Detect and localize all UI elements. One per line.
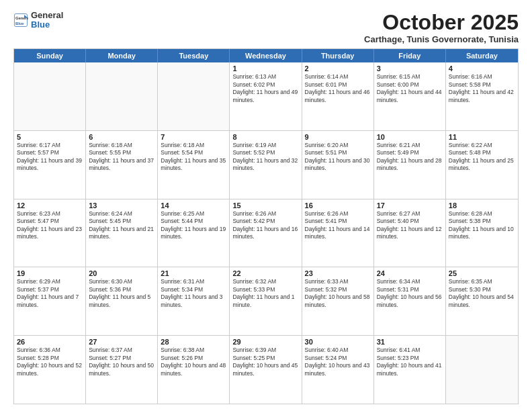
day-info: Sunrise: 6:20 AM Sunset: 5:51 PM Dayligh… — [305, 142, 371, 173]
day-number: 15 — [232, 201, 298, 210]
calendar-day-25: 25Sunrise: 6:35 AM Sunset: 5:30 PM Dayli… — [446, 267, 518, 335]
calendar-day-3: 3Sunrise: 6:15 AM Sunset: 6:00 PM Daylig… — [374, 62, 446, 130]
calendar-day-27: 27Sunrise: 6:37 AM Sunset: 5:27 PM Dayli… — [86, 336, 158, 404]
day-info: Sunrise: 6:25 AM Sunset: 5:44 PM Dayligh… — [161, 210, 226, 241]
calendar-empty-cell — [158, 62, 230, 130]
day-info: Sunrise: 6:18 AM Sunset: 5:54 PM Dayligh… — [161, 142, 226, 173]
day-number: 5 — [17, 133, 83, 141]
calendar-day-21: 21Sunrise: 6:31 AM Sunset: 5:34 PM Dayli… — [158, 267, 230, 335]
day-number: 11 — [449, 133, 515, 141]
calendar-empty-cell — [14, 62, 86, 130]
location: Carthage, Tunis Governorate, Tunisia — [364, 34, 519, 44]
calendar-week-5: 26Sunrise: 6:36 AM Sunset: 5:28 PM Dayli… — [14, 335, 518, 404]
calendar-empty-cell — [446, 336, 518, 404]
logo: General Blue GeneralBlue — [13, 11, 63, 30]
day-info: Sunrise: 6:41 AM Sunset: 5:23 PM Dayligh… — [377, 347, 443, 377]
calendar-day-13: 13Sunrise: 6:24 AM Sunset: 5:45 PM Dayli… — [86, 199, 158, 267]
calendar-week-2: 5Sunrise: 6:17 AM Sunset: 5:57 PM Daylig… — [14, 130, 518, 199]
calendar-day-24: 24Sunrise: 6:34 AM Sunset: 5:31 PM Dayli… — [374, 267, 446, 335]
calendar-empty-cell — [86, 62, 158, 130]
calendar-day-23: 23Sunrise: 6:33 AM Sunset: 5:32 PM Dayli… — [302, 267, 374, 335]
day-number: 3 — [377, 64, 443, 73]
day-info: Sunrise: 6:13 AM Sunset: 6:02 PM Dayligh… — [232, 73, 298, 104]
calendar-day-26: 26Sunrise: 6:36 AM Sunset: 5:28 PM Dayli… — [14, 336, 86, 404]
day-number: 2 — [305, 64, 371, 73]
day-info: Sunrise: 6:26 AM Sunset: 5:42 PM Dayligh… — [232, 210, 298, 241]
day-of-week-monday: Monday — [86, 49, 158, 62]
day-info: Sunrise: 6:16 AM Sunset: 5:58 PM Dayligh… — [449, 73, 515, 104]
day-info: Sunrise: 6:27 AM Sunset: 5:40 PM Dayligh… — [377, 210, 443, 241]
calendar-day-14: 14Sunrise: 6:25 AM Sunset: 5:44 PM Dayli… — [158, 199, 230, 267]
day-info: Sunrise: 6:19 AM Sunset: 5:52 PM Dayligh… — [232, 142, 298, 173]
calendar-day-9: 9Sunrise: 6:20 AM Sunset: 5:51 PM Daylig… — [302, 131, 374, 199]
day-number: 17 — [377, 201, 443, 210]
day-info: Sunrise: 6:28 AM Sunset: 5:38 PM Dayligh… — [449, 210, 515, 241]
calendar-day-30: 30Sunrise: 6:40 AM Sunset: 5:24 PM Dayli… — [302, 336, 374, 404]
calendar-day-2: 2Sunrise: 6:14 AM Sunset: 6:01 PM Daylig… — [302, 62, 374, 130]
calendar-day-19: 19Sunrise: 6:29 AM Sunset: 5:37 PM Dayli… — [14, 267, 86, 335]
day-of-week-wednesday: Wednesday — [230, 49, 302, 62]
day-of-week-friday: Friday — [374, 49, 446, 62]
calendar: SundayMondayTuesdayWednesdayThursdayFrid… — [13, 48, 519, 404]
day-info: Sunrise: 6:31 AM Sunset: 5:34 PM Dayligh… — [161, 278, 226, 309]
calendar-day-4: 4Sunrise: 6:16 AM Sunset: 5:58 PM Daylig… — [446, 62, 518, 130]
day-number: 4 — [449, 64, 515, 73]
day-info: Sunrise: 6:17 AM Sunset: 5:57 PM Dayligh… — [17, 142, 83, 173]
calendar-day-28: 28Sunrise: 6:38 AM Sunset: 5:26 PM Dayli… — [158, 336, 230, 404]
day-info: Sunrise: 6:39 AM Sunset: 5:25 PM Dayligh… — [232, 347, 298, 377]
calendar-week-3: 12Sunrise: 6:23 AM Sunset: 5:47 PM Dayli… — [14, 199, 518, 267]
month-title: October 2025 — [364, 11, 519, 34]
day-info: Sunrise: 6:23 AM Sunset: 5:47 PM Dayligh… — [17, 210, 83, 241]
day-number: 16 — [305, 201, 371, 210]
day-number: 19 — [17, 269, 83, 277]
day-info: Sunrise: 6:35 AM Sunset: 5:30 PM Dayligh… — [449, 278, 515, 309]
day-info: Sunrise: 6:30 AM Sunset: 5:36 PM Dayligh… — [89, 278, 154, 309]
day-number: 13 — [89, 201, 154, 210]
day-number: 31 — [377, 338, 443, 346]
calendar-day-1: 1Sunrise: 6:13 AM Sunset: 6:02 PM Daylig… — [230, 62, 302, 130]
header: General Blue GeneralBlue October 2025 Ca… — [13, 11, 519, 44]
calendar-day-5: 5Sunrise: 6:17 AM Sunset: 5:57 PM Daylig… — [14, 131, 86, 199]
day-info: Sunrise: 6:14 AM Sunset: 6:01 PM Dayligh… — [305, 73, 371, 104]
day-number: 8 — [232, 133, 298, 141]
day-number: 23 — [305, 269, 371, 277]
calendar-day-10: 10Sunrise: 6:21 AM Sunset: 5:49 PM Dayli… — [374, 131, 446, 199]
day-info: Sunrise: 6:18 AM Sunset: 5:55 PM Dayligh… — [89, 142, 154, 173]
day-info: Sunrise: 6:15 AM Sunset: 6:00 PM Dayligh… — [377, 73, 443, 104]
logo-icon: General Blue — [13, 13, 28, 28]
calendar-day-6: 6Sunrise: 6:18 AM Sunset: 5:55 PM Daylig… — [86, 131, 158, 199]
day-info: Sunrise: 6:34 AM Sunset: 5:31 PM Dayligh… — [377, 278, 443, 309]
day-info: Sunrise: 6:40 AM Sunset: 5:24 PM Dayligh… — [305, 347, 371, 377]
day-info: Sunrise: 6:24 AM Sunset: 5:45 PM Dayligh… — [89, 210, 154, 241]
day-number: 27 — [89, 338, 154, 346]
calendar-day-31: 31Sunrise: 6:41 AM Sunset: 5:23 PM Dayli… — [374, 336, 446, 404]
calendar-day-16: 16Sunrise: 6:26 AM Sunset: 5:41 PM Dayli… — [302, 199, 374, 267]
day-number: 25 — [449, 269, 515, 277]
calendar-day-8: 8Sunrise: 6:19 AM Sunset: 5:52 PM Daylig… — [230, 131, 302, 199]
day-info: Sunrise: 6:37 AM Sunset: 5:27 PM Dayligh… — [89, 347, 154, 377]
calendar-header: SundayMondayTuesdayWednesdayThursdayFrid… — [14, 49, 518, 62]
day-number: 9 — [305, 133, 371, 141]
calendar-day-7: 7Sunrise: 6:18 AM Sunset: 5:54 PM Daylig… — [158, 131, 230, 199]
day-number: 28 — [161, 338, 226, 346]
calendar-day-18: 18Sunrise: 6:28 AM Sunset: 5:38 PM Dayli… — [446, 199, 518, 267]
day-number: 24 — [377, 269, 443, 277]
day-info: Sunrise: 6:33 AM Sunset: 5:32 PM Dayligh… — [305, 278, 371, 309]
calendar-day-20: 20Sunrise: 6:30 AM Sunset: 5:36 PM Dayli… — [86, 267, 158, 335]
calendar-week-4: 19Sunrise: 6:29 AM Sunset: 5:37 PM Dayli… — [14, 267, 518, 335]
day-number: 26 — [17, 338, 83, 346]
day-number: 7 — [161, 133, 226, 141]
calendar-week-1: 1Sunrise: 6:13 AM Sunset: 6:02 PM Daylig… — [14, 62, 518, 130]
day-of-week-sunday: Sunday — [14, 49, 86, 62]
day-of-week-thursday: Thursday — [302, 49, 374, 62]
day-number: 29 — [232, 338, 298, 346]
day-number: 12 — [17, 201, 83, 210]
calendar-day-22: 22Sunrise: 6:32 AM Sunset: 5:33 PM Dayli… — [230, 267, 302, 335]
title-block: October 2025 Carthage, Tunis Governorate… — [364, 11, 519, 44]
day-info: Sunrise: 6:22 AM Sunset: 5:48 PM Dayligh… — [449, 142, 515, 173]
day-info: Sunrise: 6:38 AM Sunset: 5:26 PM Dayligh… — [161, 347, 226, 377]
day-number: 21 — [161, 269, 226, 277]
day-number: 6 — [89, 133, 154, 141]
day-number: 14 — [161, 201, 226, 210]
day-number: 18 — [449, 201, 515, 210]
